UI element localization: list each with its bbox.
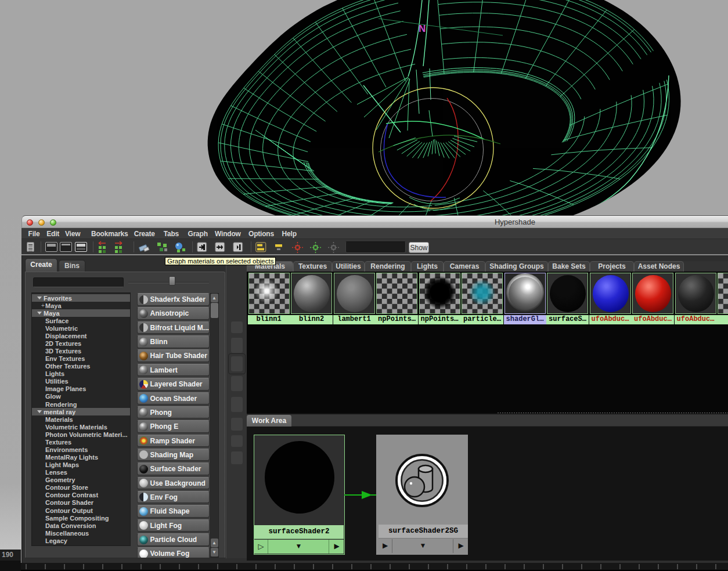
svg-text:N: N (419, 23, 426, 34)
